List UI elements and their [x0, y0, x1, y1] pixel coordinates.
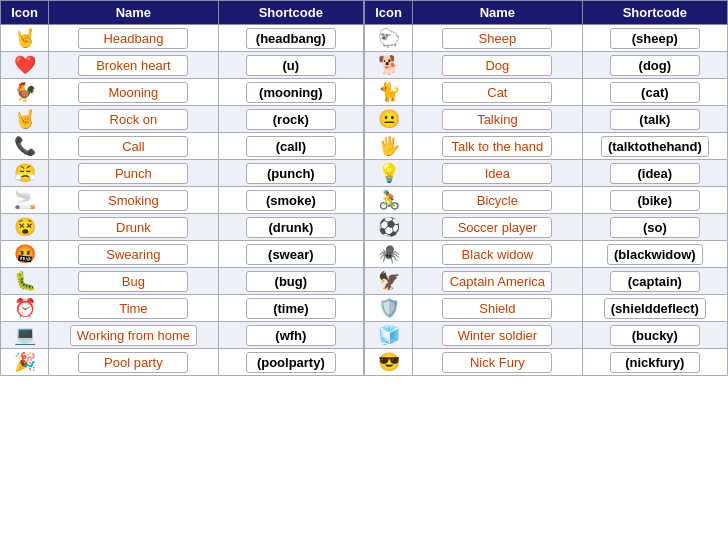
shortcode-cell: (headbang) [218, 25, 363, 52]
icon-cell: 🤘 [1, 106, 49, 133]
icon-cell: 🖐️ [365, 133, 413, 160]
table-row: 🐛 Bug (bug) [1, 268, 364, 295]
table-row: 🎉 Pool party (poolparty) [1, 349, 364, 376]
name-cell: Talking [413, 106, 583, 133]
right-header-icon: Icon [365, 1, 413, 25]
shortcode-cell: (punch) [218, 160, 363, 187]
icon-cell: ❤️ [1, 52, 49, 79]
table-row: 💡 Idea (idea) [365, 160, 728, 187]
icon-cell: 🚬 [1, 187, 49, 214]
table-row: 🛡️ Shield (shielddeflect) [365, 295, 728, 322]
icon-cell: 🐕 [365, 52, 413, 79]
name-cell: Smoking [49, 187, 219, 214]
table-row: ⏰ Time (time) [1, 295, 364, 322]
icon-cell: 🤘 [1, 25, 49, 52]
name-cell: Swearing [49, 241, 219, 268]
left-table: Icon Name Shortcode 🤘 Headbang (headbang… [0, 0, 364, 376]
shortcode-cell: (bug) [218, 268, 363, 295]
table-row: ⚽ Soccer player (so) [365, 214, 728, 241]
table-row: ❤️ Broken heart (u) [1, 52, 364, 79]
table-row: 😎 Nick Fury (nickfury) [365, 349, 728, 376]
shortcode-cell: (drunk) [218, 214, 363, 241]
icon-cell: 📞 [1, 133, 49, 160]
shortcode-cell: (bucky) [582, 322, 727, 349]
table-row: 🕷️ Black widow (blackwidow) [365, 241, 728, 268]
table-row: 😐 Talking (talk) [365, 106, 728, 133]
shortcode-cell: (cat) [582, 79, 727, 106]
table-row: 🐈 Cat (cat) [365, 79, 728, 106]
shortcode-cell: (sheep) [582, 25, 727, 52]
name-cell: Captain America [413, 268, 583, 295]
icon-cell: 😐 [365, 106, 413, 133]
icon-cell: 🐓 [1, 79, 49, 106]
left-header-name: Name [49, 1, 219, 25]
shortcode-cell: (call) [218, 133, 363, 160]
icon-cell: 🐈 [365, 79, 413, 106]
name-cell: Drunk [49, 214, 219, 241]
name-cell: Dog [413, 52, 583, 79]
name-cell: Sheep [413, 25, 583, 52]
table-row: 🐑 Sheep (sheep) [365, 25, 728, 52]
name-cell: Pool party [49, 349, 219, 376]
right-header-name: Name [413, 1, 583, 25]
name-cell: Cat [413, 79, 583, 106]
table-row: 📞 Call (call) [1, 133, 364, 160]
left-header-icon: Icon [1, 1, 49, 25]
icon-cell: 😤 [1, 160, 49, 187]
table-row: 🤬 Swearing (swear) [1, 241, 364, 268]
shortcode-cell: (captain) [582, 268, 727, 295]
icon-cell: ⏰ [1, 295, 49, 322]
name-cell: Idea [413, 160, 583, 187]
table-row: 🚴 Bicycle (bike) [365, 187, 728, 214]
name-cell: Bicycle [413, 187, 583, 214]
shortcode-cell: (smoke) [218, 187, 363, 214]
table-row: 😤 Punch (punch) [1, 160, 364, 187]
name-cell: Time [49, 295, 219, 322]
table-row: 🐓 Mooning (mooning) [1, 79, 364, 106]
shortcode-cell: (mooning) [218, 79, 363, 106]
icon-cell: 💡 [365, 160, 413, 187]
name-cell: Rock on [49, 106, 219, 133]
shortcode-cell: (rock) [218, 106, 363, 133]
table-row: 🤘 Rock on (rock) [1, 106, 364, 133]
shortcode-cell: (shielddeflect) [582, 295, 727, 322]
name-cell: Talk to the hand [413, 133, 583, 160]
table-row: 🐕 Dog (dog) [365, 52, 728, 79]
tables-wrapper: Icon Name Shortcode 🤘 Headbang (headbang… [0, 0, 728, 376]
icon-cell: 😎 [365, 349, 413, 376]
right-table: Icon Name Shortcode 🐑 Sheep (sheep) 🐕 Do… [364, 0, 728, 376]
icon-cell: 🚴 [365, 187, 413, 214]
icon-cell: 🎉 [1, 349, 49, 376]
name-cell: Working from home [49, 322, 219, 349]
shortcode-cell: (wfh) [218, 322, 363, 349]
name-cell: Nick Fury [413, 349, 583, 376]
shortcode-cell: (talktothehand) [582, 133, 727, 160]
name-cell: Bug [49, 268, 219, 295]
icon-cell: ⚽ [365, 214, 413, 241]
table-row: 🤘 Headbang (headbang) [1, 25, 364, 52]
shortcode-cell: (talk) [582, 106, 727, 133]
left-header-shortcode: Shortcode [218, 1, 363, 25]
shortcode-cell: (nickfury) [582, 349, 727, 376]
table-row: 🦅 Captain America (captain) [365, 268, 728, 295]
name-cell: Shield [413, 295, 583, 322]
icon-cell: 🧊 [365, 322, 413, 349]
name-cell: Black widow [413, 241, 583, 268]
icon-cell: 😵 [1, 214, 49, 241]
name-cell: Headbang [49, 25, 219, 52]
name-cell: Broken heart [49, 52, 219, 79]
name-cell: Call [49, 133, 219, 160]
shortcode-cell: (poolparty) [218, 349, 363, 376]
icon-cell: 🦅 [365, 268, 413, 295]
table-row: 😵 Drunk (drunk) [1, 214, 364, 241]
name-cell: Punch [49, 160, 219, 187]
name-cell: Winter soldier [413, 322, 583, 349]
shortcode-cell: (bike) [582, 187, 727, 214]
shortcode-cell: (swear) [218, 241, 363, 268]
table-row: 🧊 Winter soldier (bucky) [365, 322, 728, 349]
right-header-shortcode: Shortcode [582, 1, 727, 25]
shortcode-cell: (dog) [582, 52, 727, 79]
shortcode-cell: (time) [218, 295, 363, 322]
shortcode-cell: (u) [218, 52, 363, 79]
icon-cell: 🛡️ [365, 295, 413, 322]
